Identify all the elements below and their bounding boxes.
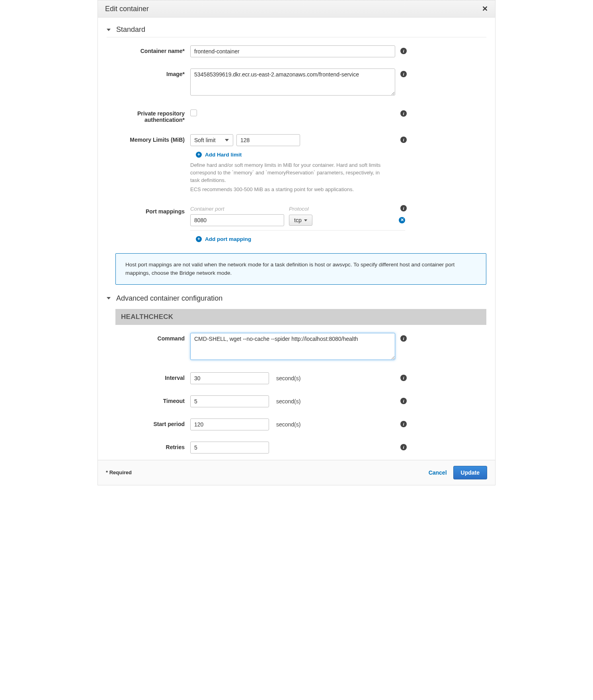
label-image: Image*	[107, 68, 190, 97]
row-hc-command: Command CMD-SHELL, wget --no-cache --spi…	[107, 333, 486, 361]
container-port-input[interactable]	[190, 214, 284, 226]
modal-header: Edit container ✕	[98, 0, 495, 18]
chevron-down-icon	[225, 139, 229, 141]
modal-title: Edit container	[105, 5, 149, 13]
info-icon[interactable]	[400, 137, 407, 143]
seconds-suffix: second(s)	[276, 398, 300, 405]
caret-down-icon	[107, 29, 111, 31]
row-port-mappings: Port mappings Container port Protocol tc…	[107, 206, 486, 242]
memory-type-value: Soft limit	[194, 137, 216, 143]
add-hard-limit-label: Add Hard limit	[205, 152, 242, 158]
row-container-name: Container name*	[107, 45, 486, 57]
label-hc-retries: Retries	[107, 442, 190, 454]
col-protocol: Protocol	[289, 206, 313, 212]
section-standard-title: Standard	[116, 25, 145, 34]
row-image: Image* 534585399619.dkr.ecr.us-east-2.am…	[107, 68, 486, 97]
row-memory-limits: Memory Limits (MiB) Soft limit + Add Har…	[107, 134, 486, 193]
label-private-repo: Private repository authentication*	[107, 108, 190, 123]
info-icon[interactable]	[400, 71, 407, 77]
label-hc-command: Command	[107, 333, 190, 361]
add-hard-limit-link[interactable]: + Add Hard limit	[196, 152, 242, 158]
hc-retries-input[interactable]	[190, 442, 269, 454]
seconds-suffix: second(s)	[276, 375, 300, 381]
modal-body: Standard Container name* Image* 53458539…	[98, 18, 495, 460]
label-memory-limits: Memory Limits (MiB)	[107, 134, 190, 193]
port-info-box: Host port mappings are not valid when th…	[115, 253, 486, 285]
section-standard-toggle[interactable]: Standard	[107, 25, 486, 37]
healthcheck-title: HEALTHCHECK	[121, 313, 173, 321]
plus-circle-icon: +	[196, 152, 202, 158]
plus-circle-icon: +	[196, 236, 202, 242]
required-note: * Required	[106, 469, 132, 475]
row-hc-start-period: Start period second(s)	[107, 418, 486, 430]
memory-help-1: Define hard and/or soft memory limits in…	[190, 162, 389, 184]
chevron-down-icon	[304, 219, 307, 221]
col-container-port: Container port	[190, 206, 284, 212]
memory-help-2: ECS recommends 300-500 MiB as a starting…	[190, 186, 389, 194]
row-hc-retries: Retries	[107, 442, 486, 454]
protocol-select[interactable]: tcp	[289, 215, 312, 226]
label-hc-interval: Interval	[107, 372, 190, 384]
info-icon[interactable]	[400, 48, 407, 54]
info-icon[interactable]	[400, 421, 407, 427]
info-icon[interactable]	[400, 335, 407, 342]
update-button[interactable]: Update	[453, 466, 487, 479]
modal-footer: * Required Cancel Update	[98, 460, 495, 485]
container-name-input[interactable]	[190, 45, 395, 57]
hc-command-input[interactable]: CMD-SHELL, wget --no-cache --spider http…	[190, 333, 395, 360]
row-hc-timeout: Timeout second(s)	[107, 395, 486, 407]
port-info-text: Host port mappings are not valid when th…	[125, 262, 455, 276]
healthcheck-header: HEALTHCHECK	[115, 309, 486, 325]
label-port-mappings: Port mappings	[107, 206, 190, 242]
protocol-value: tcp	[294, 217, 302, 223]
memory-type-select[interactable]: Soft limit	[190, 134, 233, 146]
memory-value-input[interactable]	[236, 134, 300, 146]
hc-interval-input[interactable]	[190, 372, 269, 384]
add-port-mapping-link[interactable]: + Add port mapping	[196, 236, 251, 242]
section-advanced-toggle[interactable]: Advanced container configuration	[107, 294, 486, 306]
cancel-button[interactable]: Cancel	[429, 469, 447, 476]
seconds-suffix: second(s)	[276, 421, 300, 428]
caret-down-icon	[107, 297, 111, 299]
row-hc-interval: Interval second(s)	[107, 372, 486, 384]
info-icon[interactable]	[400, 375, 407, 381]
hc-timeout-input[interactable]	[190, 395, 269, 407]
label-container-name: Container name*	[107, 45, 190, 57]
section-advanced-title: Advanced container configuration	[116, 294, 222, 303]
info-icon[interactable]	[400, 110, 407, 117]
info-icon[interactable]	[400, 398, 407, 404]
row-private-repo: Private repository authentication*	[107, 108, 486, 123]
hc-start-period-input[interactable]	[190, 418, 269, 430]
private-repo-checkbox[interactable]	[190, 109, 197, 116]
remove-port-icon[interactable]: ✕	[399, 217, 405, 223]
image-input[interactable]: 534585399619.dkr.ecr.us-east-2.amazonaws…	[190, 68, 395, 96]
label-hc-timeout: Timeout	[107, 395, 190, 407]
close-icon[interactable]: ✕	[482, 4, 488, 13]
edit-container-modal: Edit container ✕ Standard Container name…	[98, 0, 495, 485]
info-icon[interactable]	[400, 444, 407, 450]
add-port-mapping-label: Add port mapping	[205, 236, 251, 242]
label-hc-start-period: Start period	[107, 418, 190, 430]
